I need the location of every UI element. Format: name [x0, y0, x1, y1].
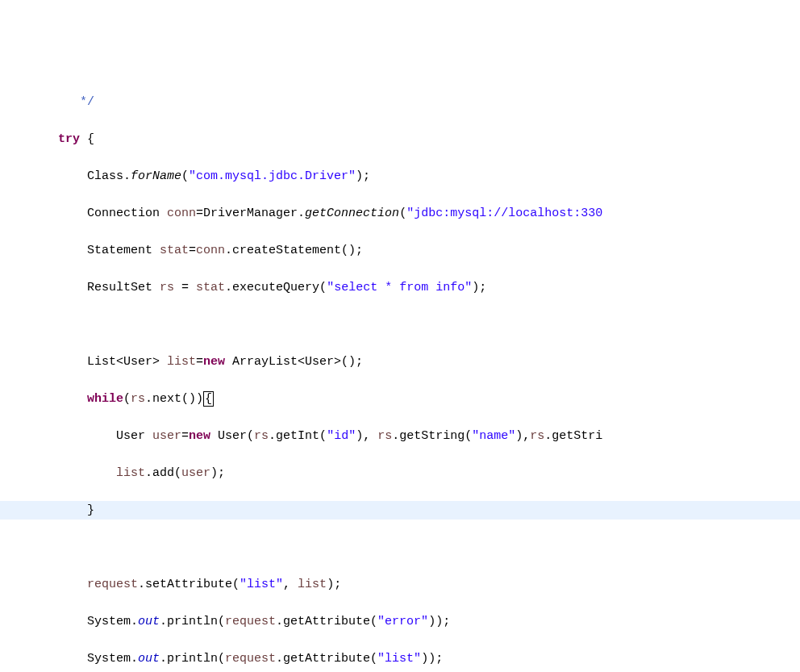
cursor-bracket: { — [203, 391, 214, 407]
code-line: List<User> list=new ArrayList<User>(); — [0, 353, 800, 371]
code-line: Connection conn=DriverManager.getConnect… — [0, 204, 800, 223]
code-editor[interactable]: */ try { Class.forName("com.mysql.jdbc.D… — [0, 74, 800, 672]
code-line: User user=new User(rs.getInt("id"), rs.g… — [0, 427, 800, 445]
code-line: Statement stat=conn.createStatement(); — [0, 241, 800, 260]
code-line — [0, 315, 800, 334]
code-line — [0, 538, 800, 557]
code-line: System.out.println(request.getAttribute(… — [0, 649, 800, 668]
code-line: request.setAttribute("list", list); — [0, 575, 800, 594]
code-line: Class.forName("com.mysql.jdbc.Driver"); — [0, 167, 800, 186]
code-line: try { — [0, 130, 800, 148]
code-line: */ — [0, 93, 800, 111]
code-line: System.out.println(request.getAttribute(… — [0, 612, 800, 631]
code-line: while(rs.next()){ — [0, 390, 800, 408]
code-line: list.add(user); — [0, 464, 800, 482]
code-line-highlighted: } — [0, 501, 800, 520]
code-line: ResultSet rs = stat.executeQuery("select… — [0, 278, 800, 297]
